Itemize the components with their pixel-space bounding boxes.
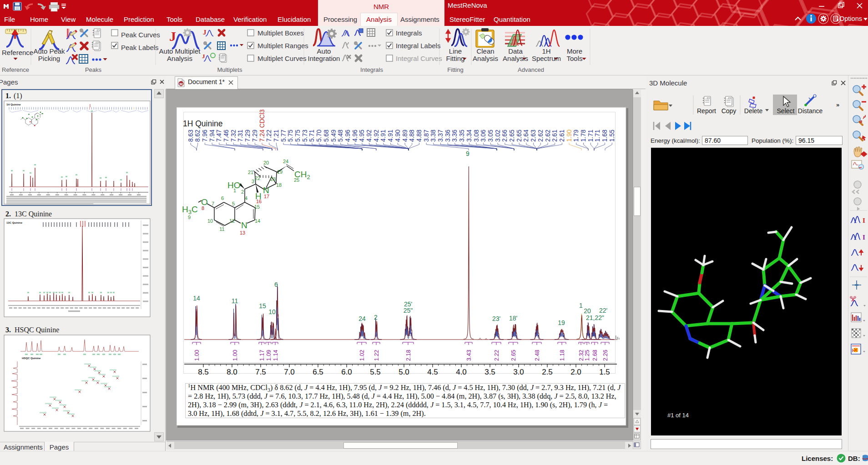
svg-text:1: 1 — [579, 302, 583, 309]
svg-text:1H Quinine: 1H Quinine — [6, 103, 21, 106]
svg-text:25": 25" — [404, 307, 413, 314]
svg-text:22: 22 — [255, 175, 260, 181]
svg-text:3: 3 — [252, 179, 254, 184]
svg-text:3.35: 3.35 — [459, 130, 465, 142]
svg-text:8.62: 8.62 — [194, 130, 201, 142]
svg-text:4.5: 4.5 — [427, 368, 438, 376]
svg-text:4.88: 4.88 — [416, 130, 423, 142]
svg-text:2.65: 2.65 — [509, 130, 515, 142]
svg-text:N: N — [241, 220, 247, 230]
svg-text:7.31: 7.31 — [237, 130, 244, 142]
svg-text:1.68: 1.68 — [601, 130, 608, 142]
svg-text:3.0: 3.0 — [513, 368, 524, 376]
svg-text:1.25: 1.25 — [584, 350, 590, 361]
svg-text:1.02: 1.02 — [359, 350, 365, 361]
svg-text:21,22": 21,22" — [586, 314, 604, 321]
svg-text:13C Quinine: 13C Quinine — [6, 221, 23, 224]
svg-text:4.91: 4.91 — [380, 130, 387, 142]
svg-text:HSQC Quinine: HSQC Quinine — [22, 357, 41, 360]
svg-text:1: 1 — [233, 188, 236, 193]
svg-text:4: 4 — [245, 195, 247, 201]
svg-text:Integrals: Integrals — [396, 29, 422, 37]
svg-text:J: J — [202, 53, 205, 60]
svg-text:25: 25 — [294, 177, 299, 183]
svg-text:7: 7 — [212, 201, 214, 206]
svg-text:4.0: 4.0 — [456, 368, 467, 376]
svg-text:22': 22' — [599, 307, 607, 314]
svg-text:7.94: 7.94 — [209, 130, 216, 142]
svg-text:7.96: 7.96 — [202, 130, 208, 142]
svg-text:7.21: 7.21 — [273, 130, 280, 142]
svg-text:3.36: 3.36 — [444, 130, 451, 142]
svg-text:2.65: 2.65 — [516, 130, 523, 142]
svg-text:24: 24 — [283, 159, 288, 164]
svg-text:23: 23 — [270, 176, 276, 182]
svg-text:4.96: 4.96 — [344, 130, 351, 142]
svg-text:2: 2 — [374, 314, 378, 321]
svg-text:4.92: 4.92 — [373, 130, 380, 142]
svg-text:5.49: 5.49 — [330, 130, 337, 142]
svg-text:1.17: 1.17 — [259, 350, 265, 361]
svg-text:Multiplet Ranges: Multiplet Ranges — [257, 42, 308, 50]
svg-text:Peak Curves: Peak Curves — [121, 31, 160, 39]
svg-text:2.: 2. — [5, 210, 11, 218]
svg-text:16: 16 — [256, 199, 262, 204]
svg-text:2.0: 2.0 — [570, 368, 581, 376]
svg-text:1.78: 1.78 — [580, 130, 587, 142]
svg-text:I: I — [863, 217, 865, 224]
svg-text:3.37: 3.37 — [437, 130, 444, 142]
svg-text:Delete: Delete — [744, 107, 763, 115]
svg-text:8: 8 — [202, 205, 204, 211]
svg-text:4.92: 4.92 — [366, 130, 373, 142]
svg-text:7.22: 7.22 — [266, 130, 273, 142]
svg-text:1.09: 1.09 — [266, 350, 272, 361]
svg-text:3.06: 3.06 — [480, 130, 487, 142]
svg-text:7.0: 7.0 — [284, 368, 295, 376]
svg-text:5.0: 5.0 — [399, 368, 409, 376]
svg-text:Report: Report — [697, 107, 716, 115]
svg-text:3.87: 3.87 — [423, 130, 430, 142]
svg-text:2.32: 2.32 — [578, 350, 585, 361]
svg-text:2.18: 2.18 — [405, 350, 412, 361]
svg-text:2.48: 2.48 — [534, 350, 540, 361]
svg-text:1.22: 1.22 — [373, 350, 380, 361]
svg-text:Options: Options — [839, 15, 862, 22]
svg-text:5.70: 5.70 — [316, 130, 323, 142]
svg-text:1.71: 1.71 — [594, 130, 601, 142]
svg-text:13C Quinine: 13C Quinine — [15, 210, 52, 218]
svg-text:2.68: 2.68 — [592, 350, 598, 361]
svg-text:1.90: 1.90 — [566, 130, 573, 142]
svg-text:5.5: 5.5 — [370, 368, 381, 376]
svg-text:1.79: 1.79 — [573, 130, 580, 142]
svg-text:3.02: 3.02 — [495, 130, 501, 142]
svg-text:3.34: 3.34 — [466, 130, 473, 142]
svg-text:1.71: 1.71 — [587, 130, 594, 142]
svg-text:(1): (1) — [14, 92, 22, 100]
svg-text:Multiplet Boxes: Multiplet Boxes — [257, 29, 304, 37]
svg-text:5.75: 5.75 — [294, 130, 301, 142]
svg-text:Copy: Copy — [722, 107, 737, 115]
svg-text:23': 23' — [492, 315, 500, 322]
svg-text:18': 18' — [509, 315, 517, 322]
svg-text:9: 9 — [188, 215, 191, 220]
svg-text:2.66: 2.66 — [501, 130, 508, 142]
svg-text:5.73: 5.73 — [302, 130, 308, 142]
svg-text:5.77: 5.77 — [280, 130, 287, 142]
svg-text:1.00: 1.00 — [194, 350, 200, 361]
svg-text:4.95: 4.95 — [358, 130, 365, 142]
svg-text:I: I — [863, 234, 865, 241]
svg-text:21: 21 — [248, 170, 253, 175]
svg-text:14: 14 — [255, 218, 260, 224]
svg-text:20: 20 — [263, 160, 269, 165]
svg-text:7.29: 7.29 — [244, 130, 251, 142]
svg-text:19: 19 — [558, 319, 565, 326]
svg-text:8.0: 8.0 — [227, 368, 237, 376]
svg-text:6: 6 — [221, 195, 224, 201]
svg-text:14: 14 — [193, 295, 200, 302]
svg-text:8.5: 8.5 — [198, 368, 209, 376]
svg-text:13: 13 — [240, 230, 245, 235]
svg-text:2.64: 2.64 — [523, 130, 530, 142]
svg-text:2.62: 2.62 — [537, 130, 544, 142]
svg-text:Integral Curves: Integral Curves — [396, 55, 442, 62]
svg-text:1.14: 1.14 — [273, 350, 279, 361]
